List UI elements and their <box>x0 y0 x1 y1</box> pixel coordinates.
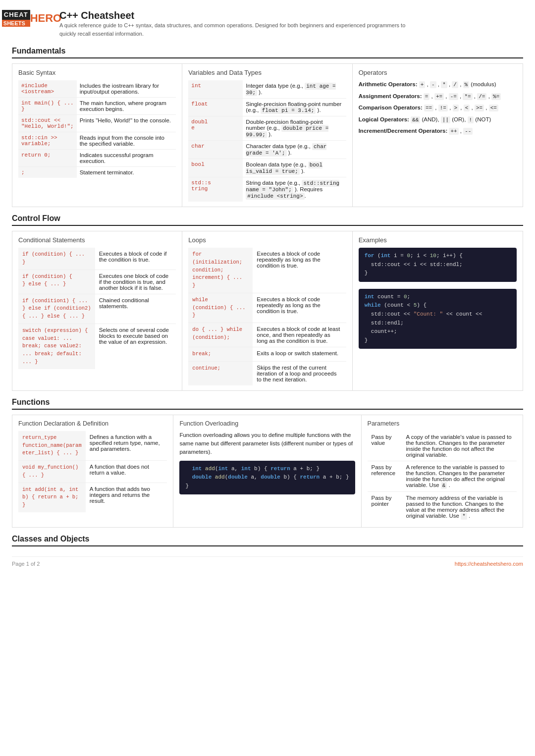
desc-cell: Single-precision floating-point number (… <box>243 99 346 116</box>
table-row: ; Statement terminator. <box>18 167 176 178</box>
param-type: Pass by reference <box>368 461 402 491</box>
table-row: break; Exits a loop or switch statement. <box>188 347 346 362</box>
function-overload-title: Function Overloading <box>179 420 355 427</box>
param-desc: The memory address of the variable is pa… <box>402 491 517 522</box>
desc-cell: String data type (e.g., std::string name… <box>243 177 346 202</box>
examples-panel: Examples for (int i = 0; i < 10; i++) { … <box>353 231 523 390</box>
increment-operators: Increment/Decrement Operators: ++ , -- <box>359 127 517 136</box>
desc-cell: Exits a loop or switch statement. <box>253 347 346 362</box>
table-row: Pass by reference A reference to the var… <box>368 461 517 491</box>
logo-cheat: CHEAT <box>2 10 30 20</box>
loops-title: Loops <box>188 236 346 244</box>
desc-cell: Executes one block of code if the condit… <box>95 270 176 294</box>
code-cell: double <box>188 116 243 141</box>
page-title: C++ Cheatsheet <box>59 10 406 21</box>
table-row: char Character data type (e.g., char gra… <box>188 141 346 159</box>
code-cell: do { ... } while (condition); <box>188 323 253 347</box>
variables-panel: Variables and Data Types int Integer dat… <box>182 64 352 207</box>
code-cell: char <box>188 141 243 159</box>
code-cell: void my_function() { ... } <box>18 461 86 483</box>
table-row: if (condition) { } else { ... } Executes… <box>18 270 176 294</box>
table-row: switch (expression) { case value1: ... b… <box>18 324 176 369</box>
code-cell: ; <box>18 167 77 178</box>
code-cell: if (condition1) { ... } else if (conditi… <box>18 294 95 324</box>
code-cell: int add(int a, int b) { return a + b; } <box>18 483 86 512</box>
table-row: std::cin >> variable; Reads input from t… <box>18 132 176 150</box>
functions-section-title: Functions <box>12 398 523 410</box>
param-type: Pass by pointer <box>368 491 402 522</box>
desc-cell: Executes a block of code if the conditio… <box>95 248 176 270</box>
table-row: return_type function_name(param eter_lis… <box>18 431 167 461</box>
conditional-panel: Conditional Statements if (condition) { … <box>12 231 182 390</box>
table-row: std::cout << "Hello, World!"; Prints "He… <box>18 115 176 132</box>
control-flow-section-title: Control Flow <box>12 214 523 226</box>
fundamentals-section-title: Fundamentals <box>12 47 523 58</box>
desc-cell: Prints "Hello, World!" to the console. <box>77 115 176 132</box>
desc-cell: Executes a block of code at least once, … <box>253 323 346 347</box>
param-desc: A copy of the variable's value is passed… <box>402 431 517 461</box>
desc-cell: Skips the rest of the current iteration … <box>253 361 346 385</box>
loops-table: for (initialization; condition; incremen… <box>188 248 346 385</box>
function-decl-title: Function Declaration & Definition <box>18 420 167 427</box>
desc-cell: Reads input from the console into the sp… <box>77 132 176 150</box>
code-cell: std::cin >> variable; <box>18 132 77 150</box>
comparison-operators: Comparison Operators: == , != , > , < , … <box>359 104 517 112</box>
table-row: if (condition) { ... } Executes a block … <box>18 248 176 270</box>
desc-cell: Executes a block of code repeatedly as l… <box>253 293 346 323</box>
code-cell: for (initialization; condition; incremen… <box>188 248 253 293</box>
control-flow-grid: Conditional Statements if (condition) { … <box>12 231 523 391</box>
function-decl-panel: Function Declaration & Definition return… <box>12 415 173 527</box>
function-decl-table: return_type function_name(param eter_lis… <box>18 431 167 512</box>
desc-cell: Executes a block of code repeatedly as l… <box>253 248 346 293</box>
classes-section-title: Classes and Objects <box>12 535 523 546</box>
code-cell: while (condition) { ... } <box>188 293 253 323</box>
desc-cell: Includes the iostream library for input/… <box>77 80 176 98</box>
desc-cell: Statement terminator. <box>77 167 176 178</box>
examples-title: Examples <box>359 236 517 244</box>
example-code-2: int count = 0; while (count < 5) { std::… <box>359 289 517 349</box>
footer-link[interactable]: https://cheatsheetshero.com <box>455 561 523 567</box>
table-row: for (initialization; condition; incremen… <box>188 248 346 293</box>
example-code-1: for (int i = 0; i < 10; i++) { std::cout… <box>359 248 517 282</box>
code-cell: int <box>188 80 243 99</box>
code-cell: float <box>188 99 243 116</box>
operators-panel: Operators Arithmetic Operators: + , - , … <box>353 64 523 207</box>
desc-cell: Boolean data type (e.g., bool is_valid =… <box>243 159 346 177</box>
table-row: int main() { ... } The main function, wh… <box>18 98 176 115</box>
code-cell: std::string <box>188 177 243 202</box>
table-row: int Integer data type (e.g., int age = 3… <box>188 80 346 99</box>
basic-syntax-title: Basic Syntax <box>18 69 176 76</box>
page-header: CHEAT SHEETS HERO C++ Cheatsheet A quick… <box>12 10 523 38</box>
arithmetic-operators: Arithmetic Operators: + , - , * , / , % … <box>359 80 517 89</box>
overload-desc: Function overloading allows you to defin… <box>179 431 355 457</box>
desc-cell: Chained conditional statements. <box>95 294 176 324</box>
code-cell: switch (expression) { case value1: ... b… <box>18 324 95 369</box>
logo: CHEAT SHEETS HERO <box>12 10 52 27</box>
logical-operators: Logical Operators: && (AND), || (OR), ! … <box>359 115 517 124</box>
basic-syntax-panel: Basic Syntax #include <iostream> Include… <box>12 64 182 207</box>
conditional-title: Conditional Statements <box>18 236 176 244</box>
assignment-operators: Assignment Operators: = , += , -= , *= ,… <box>359 92 517 101</box>
parameters-title: Parameters <box>368 420 517 427</box>
table-row: continue; Skips the rest of the current … <box>188 361 346 385</box>
desc-cell: Indicates successful program execution. <box>77 150 176 167</box>
code-cell: std::cout << "Hello, World!"; <box>18 115 77 132</box>
table-row: void my_function() { ... } A function th… <box>18 461 167 483</box>
table-row: Pass by pointer The memory address of th… <box>368 491 517 522</box>
param-desc: A reference to the variable is passed to… <box>402 461 517 491</box>
header-text: C++ Cheatsheet A quick reference guide t… <box>59 10 406 38</box>
page-description: A quick reference guide to C++ syntax, d… <box>59 21 406 38</box>
code-cell: bool <box>188 159 243 177</box>
table-row: std::string String data type (e.g., std:… <box>188 177 346 202</box>
table-row: #include <iostream> Includes the iostrea… <box>18 80 176 98</box>
code-cell: #include <iostream> <box>18 80 77 98</box>
desc-cell: A function that does not return a value. <box>86 461 167 483</box>
desc-cell: Defines a function with a specified retu… <box>86 431 167 461</box>
variables-table: int Integer data type (e.g., int age = 3… <box>188 80 346 202</box>
basic-syntax-table: #include <iostream> Includes the iostrea… <box>18 80 176 178</box>
variables-title: Variables and Data Types <box>188 69 346 76</box>
conditional-table: if (condition) { ... } Executes a block … <box>18 248 176 369</box>
desc-cell: Character data type (e.g., char grade = … <box>243 141 346 159</box>
logo-sheets: SHEETS <box>2 20 30 27</box>
code-cell: int main() { ... } <box>18 98 77 115</box>
